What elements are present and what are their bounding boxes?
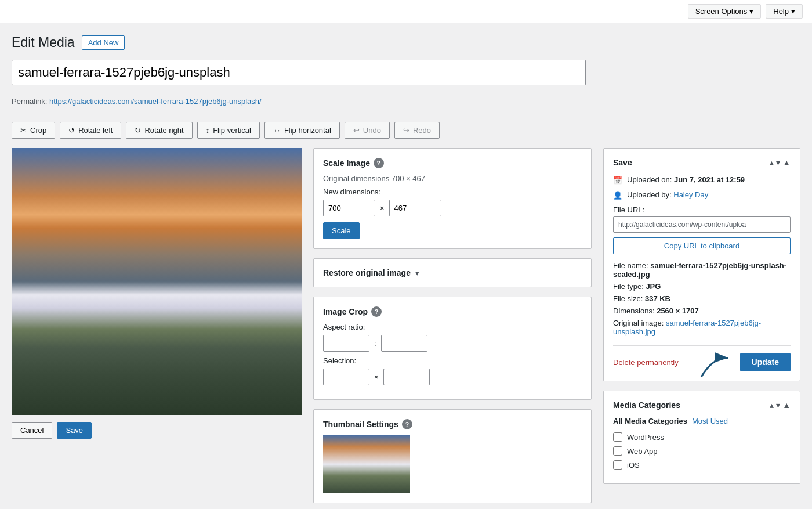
filename-input[interactable] bbox=[12, 60, 586, 85]
original-image-row: Original image: samuel-ferrara-1527pjeb6… bbox=[613, 319, 791, 336]
thumbnail-settings-title: Thumbnail Settings ? bbox=[323, 419, 582, 429]
expand-button[interactable]: ▲ bbox=[782, 158, 791, 167]
category-wordpress-checkbox[interactable] bbox=[613, 432, 622, 442]
scale-image-label: Scale Image bbox=[323, 158, 370, 168]
rotate-left-button[interactable]: ↺ Rotate left bbox=[60, 122, 121, 139]
categories-collapse-up[interactable]: ▴ bbox=[770, 400, 774, 410]
file-name-row: File name: samuel-ferrara-1527pjeb6jg-un… bbox=[613, 261, 791, 279]
calendar-icon: 📅 bbox=[613, 176, 622, 185]
save-image-button[interactable]: Save bbox=[57, 422, 92, 439]
scale-button[interactable]: Scale bbox=[323, 222, 360, 239]
save-card: Save ▴ ▾ ▲ 📅 Uploaded on: Jun 7, 2021 at… bbox=[603, 148, 800, 381]
right-panel: Save ▴ ▾ ▲ 📅 Uploaded on: Jun 7, 2021 at… bbox=[603, 148, 800, 503]
uploaded-on-text: Uploaded on: Jun 7, 2021 at 12:59 bbox=[627, 175, 791, 184]
help-button[interactable]: Help ▾ bbox=[766, 4, 803, 19]
undo-button[interactable]: ↩ Undo bbox=[345, 122, 390, 139]
copy-url-button[interactable]: Copy URL to clipboard bbox=[613, 237, 791, 254]
category-webapp: Web App bbox=[613, 446, 791, 456]
flip-vertical-icon: ↕ bbox=[206, 126, 210, 135]
delete-permanently-link[interactable]: Delete permanently bbox=[613, 358, 679, 367]
save-card-controls: ▴ ▾ ▲ bbox=[770, 158, 791, 167]
collapse-up-button[interactable]: ▴ bbox=[770, 158, 774, 167]
file-type-row: File type: JPG bbox=[613, 282, 791, 291]
tab-most-used[interactable]: Most Used bbox=[692, 417, 728, 425]
crop-button[interactable]: ✂ Crop bbox=[12, 122, 55, 139]
flip-vertical-label: Flip vertical bbox=[213, 126, 251, 135]
update-button[interactable]: Update bbox=[740, 353, 791, 371]
aspect-separator: : bbox=[374, 339, 376, 348]
scale-image-help-icon[interactable]: ? bbox=[374, 158, 384, 168]
image-canvas bbox=[12, 148, 302, 415]
screen-options-label: Screen Options bbox=[695, 7, 748, 16]
restore-chevron-icon: ▾ bbox=[415, 269, 419, 277]
uploaded-on-row: 📅 Uploaded on: Jun 7, 2021 at 12:59 bbox=[613, 175, 791, 185]
screen-options-button[interactable]: Screen Options ▾ bbox=[688, 4, 762, 19]
flip-horizontal-icon: ↔ bbox=[273, 126, 281, 135]
category-wordpress: WordPress bbox=[613, 432, 791, 442]
category-webapp-checkbox[interactable] bbox=[613, 446, 622, 456]
selection-row: × bbox=[323, 369, 582, 385]
redo-button[interactable]: ↪ Redo bbox=[394, 122, 440, 139]
undo-label: Undo bbox=[363, 126, 381, 135]
uploaded-by-link[interactable]: Haley Day bbox=[673, 190, 708, 199]
categories-collapse-down[interactable]: ▾ bbox=[776, 400, 780, 410]
image-crop-help-icon[interactable]: ? bbox=[371, 306, 382, 317]
save-card-header: Save ▴ ▾ ▲ bbox=[613, 158, 791, 167]
dimension-separator: × bbox=[380, 204, 385, 212]
category-ios-checkbox[interactable] bbox=[613, 460, 622, 470]
categories-header: Media Categories ▴ ▾ ▲ bbox=[613, 400, 791, 410]
file-size-label: File size: bbox=[613, 294, 643, 303]
thumbnail-settings-card: Thumbnail Settings ? bbox=[313, 409, 592, 503]
original-image-label: Original image: bbox=[613, 319, 664, 327]
cancel-button[interactable]: Cancel bbox=[12, 422, 52, 439]
uploaded-by-label: Uploaded by: bbox=[627, 190, 672, 199]
rotate-right-label: Rotate right bbox=[144, 126, 183, 135]
middle-panel: Scale Image ? Original dimensions 700 × … bbox=[313, 148, 592, 503]
help-label: Help bbox=[773, 7, 789, 16]
aspect-ratio-label: Aspect ratio: bbox=[323, 323, 582, 331]
save-card-title: Save bbox=[613, 158, 632, 167]
permalink: Permalink: https://galacticideas.com/sam… bbox=[12, 97, 800, 106]
scale-image-title: Scale Image ? bbox=[323, 158, 582, 168]
file-url-input[interactable] bbox=[613, 216, 791, 233]
rotate-right-icon: ↻ bbox=[135, 126, 141, 135]
category-wordpress-label: WordPress bbox=[627, 433, 664, 442]
chevron-down-icon: ▾ bbox=[791, 7, 795, 16]
tab-all-media-categories[interactable]: All Media Categories bbox=[613, 417, 687, 425]
width-input[interactable] bbox=[323, 200, 375, 216]
rotate-left-label: Rotate left bbox=[78, 126, 113, 135]
arrow-annotation bbox=[689, 344, 742, 385]
categories-expand[interactable]: ▲ bbox=[782, 400, 791, 410]
scale-image-card: Scale Image ? Original dimensions 700 × … bbox=[313, 148, 592, 249]
image-crop-card: Image Crop ? Aspect ratio: : Selection: … bbox=[313, 297, 592, 400]
height-input[interactable] bbox=[389, 200, 441, 216]
category-tabs: All Media Categories Most Used bbox=[613, 417, 791, 425]
left-panel: Cancel Save bbox=[12, 148, 302, 503]
chevron-down-icon: ▾ bbox=[749, 7, 753, 16]
thumbnail-settings-help-icon[interactable]: ? bbox=[402, 419, 412, 429]
rotate-right-button[interactable]: ↻ Rotate right bbox=[126, 122, 192, 139]
selection-height-input[interactable] bbox=[383, 369, 430, 385]
file-size-row: File size: 337 KB bbox=[613, 294, 791, 303]
permalink-link[interactable]: https://galacticideas.com/samuel-ferrara… bbox=[49, 97, 262, 106]
flip-vertical-button[interactable]: ↕ Flip vertical bbox=[197, 122, 260, 139]
restore-image-card: Restore original image ▾ bbox=[313, 258, 592, 287]
collapse-down-button[interactable]: ▾ bbox=[776, 158, 780, 167]
file-type-value: JPG bbox=[646, 282, 661, 291]
image-preview bbox=[12, 148, 302, 415]
aspect-width-input[interactable] bbox=[323, 335, 369, 352]
content-area: Cancel Save Scale Image ? Original dimen… bbox=[12, 148, 800, 503]
uploaded-on-label: Uploaded on: bbox=[627, 175, 672, 184]
flip-horizontal-button[interactable]: ↔ Flip horizontal bbox=[264, 122, 340, 139]
original-dimensions: Original dimensions 700 × 467 bbox=[323, 174, 582, 183]
thumbnail-settings-label: Thumbnail Settings bbox=[323, 420, 398, 429]
aspect-height-input[interactable] bbox=[381, 335, 427, 352]
add-new-button[interactable]: Add New bbox=[82, 35, 125, 50]
file-type-label: File type: bbox=[613, 282, 644, 291]
crop-label: Crop bbox=[30, 126, 46, 135]
selection-width-input[interactable] bbox=[323, 369, 369, 385]
flip-horizontal-label: Flip horizontal bbox=[284, 126, 331, 135]
restore-original-row[interactable]: Restore original image ▾ bbox=[323, 268, 582, 277]
category-webapp-label: Web App bbox=[627, 447, 658, 456]
image-crop-label: Image Crop bbox=[323, 307, 368, 316]
